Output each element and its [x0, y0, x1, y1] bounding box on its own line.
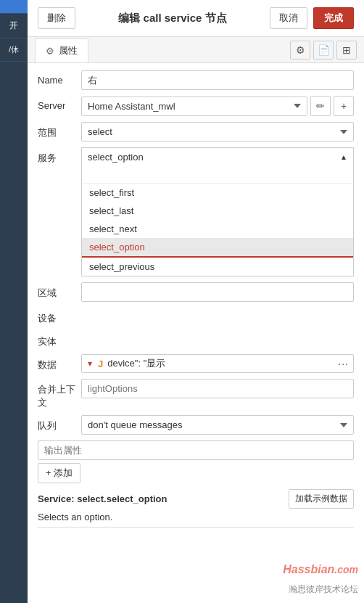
sidebar-item-0[interactable]: 泳 — [0, 0, 28, 14]
panel-title: 编辑 call service 节点 — [118, 12, 226, 25]
service-selected-value: select_option — [88, 152, 144, 163]
service-option-select-next[interactable]: select_next — [82, 220, 353, 238]
data-type-button[interactable]: ▾ — [86, 358, 94, 369]
service-control: select_option ▲ select_first select_last… — [81, 147, 354, 276]
name-input[interactable] — [81, 70, 354, 90]
range-control: select — [81, 122, 354, 141]
gear-tab-icon: ⚙ — [46, 46, 54, 57]
load-example-button[interactable]: 加载示例数据 — [289, 489, 354, 509]
data-label: 数据 — [38, 354, 81, 372]
name-row: Name — [38, 70, 354, 90]
data-input-group: ▾ J device": "显示 ··· — [81, 354, 354, 373]
tab-doc-button[interactable]: 📄 — [313, 41, 334, 60]
service-label: 服务 — [38, 147, 81, 165]
merge-control — [81, 379, 354, 398]
service-row: 服务 select_option ▲ select_first select_l… — [38, 147, 354, 276]
service-option-select-option[interactable]: select_option — [82, 238, 353, 258]
output-input[interactable] — [38, 440, 354, 460]
name-control — [81, 70, 354, 90]
th-property: Property — [38, 528, 117, 528]
area-control — [81, 282, 354, 302]
queue-label: 队列 — [38, 415, 81, 432]
tab-properties-label: 属性 — [59, 44, 78, 57]
merge-input[interactable] — [81, 379, 354, 398]
data-row: 数据 ▾ J device": "显示 ··· — [38, 354, 354, 373]
server-control: Home Assistant_mwl ✏ + — [81, 96, 354, 116]
service-search-input[interactable] — [82, 166, 353, 184]
queue-row: 队列 don't queue messages — [38, 415, 354, 435]
range-row: 范围 select — [38, 122, 354, 141]
merge-row: 合并上下文 — [38, 379, 354, 409]
delete-button[interactable]: 删除 — [38, 7, 75, 29]
merge-label: 合并上下文 — [38, 379, 81, 409]
service-info-name: Service: select.select_option — [38, 493, 167, 504]
th-example: Example — [276, 528, 354, 528]
data-value: device": "显示 — [107, 357, 335, 370]
watermark-hassbian: Hassbian.com — [283, 563, 358, 583]
server-select[interactable]: Home Assistant_mwl — [81, 97, 307, 116]
watermark-chinese: 瀚思彼岸技术论坛 — [283, 583, 358, 596]
sidebar-item-1[interactable]: 开 — [0, 14, 28, 38]
service-chevron-up-icon: ▲ — [340, 153, 347, 161]
area-label: 区域 — [38, 282, 81, 300]
server-label: Server — [38, 96, 81, 111]
tab-gear-button[interactable]: ⚙ — [290, 41, 310, 60]
tab-grid-button[interactable]: ⊞ — [336, 41, 357, 60]
area-row: 区域 — [38, 282, 354, 302]
server-row: Server Home Assistant_mwl ✏ + — [38, 96, 354, 116]
service-option-select-last[interactable]: select_last — [82, 202, 353, 220]
cancel-button[interactable]: 取消 — [270, 7, 307, 29]
data-more-button[interactable]: ··· — [338, 358, 349, 369]
data-type-icon: J — [96, 358, 104, 369]
done-button[interactable]: 完成 — [313, 7, 354, 29]
entity-row: 实体 — [38, 331, 354, 348]
service-info: Service: select.select_option 加载示例数据 — [38, 489, 354, 509]
table-header-row: Property Desc Example — [38, 528, 354, 528]
tabs-bar: ⚙ 属性 ⚙ 📄 ⊞ — [28, 37, 364, 63]
name-label: Name — [38, 70, 81, 86]
output-section: + 添加 — [38, 440, 354, 483]
area-input[interactable] — [81, 282, 354, 302]
panel-header: 删除 编辑 call service 节点 取消 完成 — [28, 0, 364, 37]
form-body: Name Server Home Assistant_mwl ✏ + 范围 — [28, 63, 364, 528]
th-desc: Desc — [116, 528, 275, 528]
add-button[interactable]: + 添加 — [38, 463, 80, 483]
sidebar: 泳 开 /休 — [0, 0, 28, 603]
service-select-wrapper: select_option ▲ select_first select_last… — [81, 147, 354, 276]
header-buttons: 取消 完成 — [270, 7, 354, 29]
server-input-group: Home Assistant_mwl ✏ + — [81, 96, 354, 116]
tabs-right-icons: ⚙ 📄 ⊞ — [290, 41, 357, 60]
service-option-select-previous[interactable]: select_previous — [82, 258, 353, 276]
service-select-header[interactable]: select_option ▲ — [81, 147, 354, 166]
entity-label: 实体 — [38, 331, 81, 348]
queue-control: don't queue messages — [81, 415, 354, 435]
service-description: Selects an option. — [38, 512, 354, 522]
range-label: 范围 — [38, 122, 81, 139]
server-edit-button[interactable]: ✏ — [310, 96, 331, 116]
service-dropdown: select_first select_last select_next sel… — [81, 166, 354, 276]
device-label: 设备 — [38, 308, 81, 325]
server-add-button[interactable]: + — [334, 96, 354, 116]
watermark: Hassbian.com 瀚思彼岸技术论坛 — [283, 563, 358, 596]
sidebar-item-2[interactable]: /休 — [0, 38, 28, 62]
property-table: Property Desc Example option Option to b… — [38, 527, 354, 528]
service-option-select-first[interactable]: select_first — [82, 184, 353, 202]
device-row: 设备 — [38, 308, 354, 325]
queue-select[interactable]: don't queue messages — [81, 415, 354, 435]
tab-properties[interactable]: ⚙ 属性 — [35, 38, 88, 62]
data-control: ▾ J device": "显示 ··· — [81, 354, 354, 373]
main-panel: 删除 编辑 call service 节点 取消 完成 ⚙ 属性 ⚙ 📄 ⊞ N… — [28, 0, 364, 603]
range-select[interactable]: select — [81, 122, 354, 141]
